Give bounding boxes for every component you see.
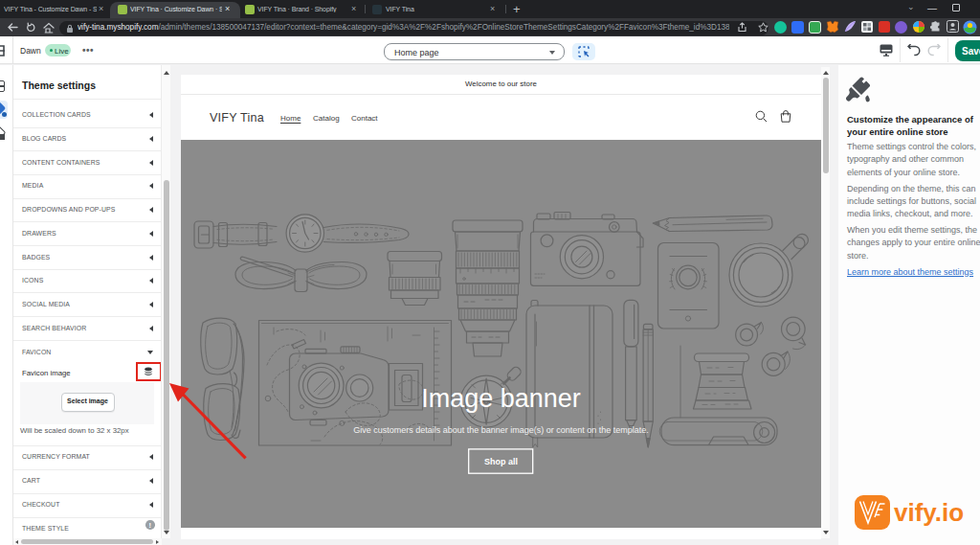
svg-text:Shop all: Shop all — [484, 457, 518, 466]
svg-text:Give customers details about t: Give customers details about the banner … — [353, 425, 649, 435]
svg-text:Image banner: Image banner — [421, 384, 581, 413]
